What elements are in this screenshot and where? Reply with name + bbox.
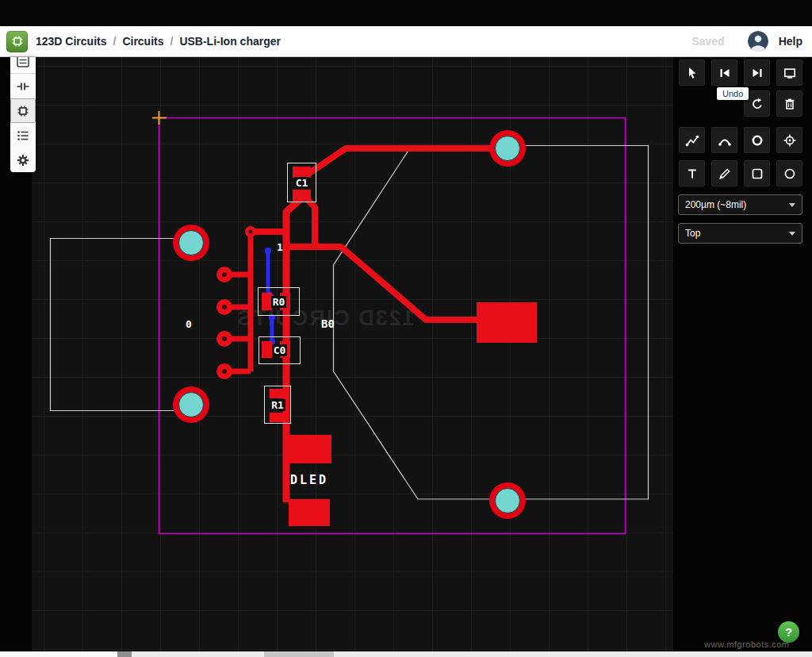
bom-list-icon	[16, 129, 30, 143]
site-watermark: www.mfgrobots.com	[704, 640, 790, 649]
trace-width-value: 200µm (~8mil)	[685, 199, 746, 210]
app-logo-chip-icon	[10, 34, 25, 48]
breadcrumb-separator: /	[170, 35, 174, 48]
breadboard-view-button[interactable]	[10, 57, 36, 74]
zoom-fit-button[interactable]	[776, 60, 802, 86]
undo-button[interactable]	[711, 60, 737, 86]
rectangle-tool-button[interactable]	[744, 160, 770, 186]
app-logo[interactable]	[6, 31, 28, 52]
top-black-strip	[0, 0, 812, 26]
label-dled: DLED	[290, 473, 328, 487]
text-tool-icon	[685, 167, 699, 181]
arc-tool-icon	[718, 133, 732, 148]
undo-tooltip: Undo	[717, 87, 749, 100]
settings-button[interactable]	[10, 148, 36, 172]
component-r0[interactable]: R0	[258, 287, 300, 316]
component-label: C1	[294, 177, 310, 189]
window-edge-segment	[117, 651, 132, 657]
trace-tool-icon	[685, 133, 699, 148]
left-toolbar	[10, 57, 36, 172]
ellipse-tool-icon	[783, 167, 797, 181]
label-zero: 0	[186, 318, 192, 330]
redo-icon	[750, 66, 764, 80]
circle-tool-icon	[750, 133, 764, 148]
breadcrumb-project: USB-Li-Ion charger	[179, 35, 281, 48]
pencil-tool-icon	[718, 167, 732, 181]
saved-status: Saved	[691, 35, 724, 48]
rotate-icon	[750, 97, 764, 111]
caret-down-icon	[789, 203, 795, 207]
breadboard-view-icon	[16, 57, 30, 69]
arc-tool-button[interactable]	[711, 127, 737, 153]
rectangle-tool-icon	[750, 167, 764, 181]
trace-tool-button[interactable]	[679, 127, 705, 153]
pcb-view-button[interactable]	[10, 98, 36, 123]
avatar[interactable]	[748, 31, 768, 52]
trash-icon	[783, 97, 797, 111]
component-label: C0	[272, 344, 288, 356]
pencil-tool-button[interactable]	[711, 160, 737, 186]
settings-gear-icon	[16, 153, 30, 167]
circle-pad-tool-button[interactable]	[744, 127, 770, 153]
breadcrumb: 123D Circuits / Circuits / USB-Li-Ion ch…	[36, 35, 281, 48]
breadcrumb-app[interactable]: 123D Circuits	[36, 35, 106, 48]
window-edge	[0, 651, 812, 657]
cursor-tool-button[interactable]	[679, 60, 705, 86]
redo-button[interactable]	[744, 60, 770, 86]
app-window: 123D Circuits / Circuits / USB-Li-Ion ch…	[0, 0, 812, 657]
bom-list-button[interactable]	[10, 123, 36, 148]
caret-down-icon	[789, 232, 795, 236]
canvas-grid	[32, 57, 673, 651]
schematic-view-icon	[16, 79, 30, 94]
component-c1[interactable]: C1	[287, 163, 316, 202]
component-label: R0	[271, 296, 287, 308]
layer-select[interactable]: Top	[678, 223, 802, 244]
header-right: Saved Help	[691, 31, 802, 52]
zoom-fit-icon	[783, 66, 797, 80]
user-avatar-icon	[748, 31, 768, 52]
help-link[interactable]: Help	[779, 35, 802, 48]
trace-width-select[interactable]: 200µm (~8mil)	[678, 194, 802, 215]
delete-button[interactable]	[776, 90, 802, 117]
window-edge-segment	[264, 651, 334, 657]
via-tool-icon	[783, 133, 797, 148]
breadcrumb-separator: /	[113, 35, 116, 48]
label-one: 1	[277, 241, 283, 253]
label-b0: B0	[321, 317, 335, 330]
undo-icon	[718, 66, 732, 80]
breadcrumb-section[interactable]: Circuits	[122, 35, 163, 48]
text-tool-button[interactable]	[679, 160, 705, 186]
pcb-view-icon	[16, 104, 30, 118]
via-tool-button[interactable]	[776, 127, 802, 153]
component-r1[interactable]: R1	[264, 386, 291, 424]
header: 123D Circuits / Circuits / USB-Li-Ion ch…	[0, 26, 812, 57]
schematic-view-button[interactable]	[10, 74, 36, 98]
window-edge-segment	[0, 651, 117, 657]
layer-value: Top	[685, 228, 700, 239]
component-label: R1	[270, 399, 285, 411]
component-c0[interactable]: C0	[259, 336, 301, 364]
ellipse-tool-button[interactable]	[776, 160, 802, 186]
cursor-icon	[685, 66, 699, 80]
